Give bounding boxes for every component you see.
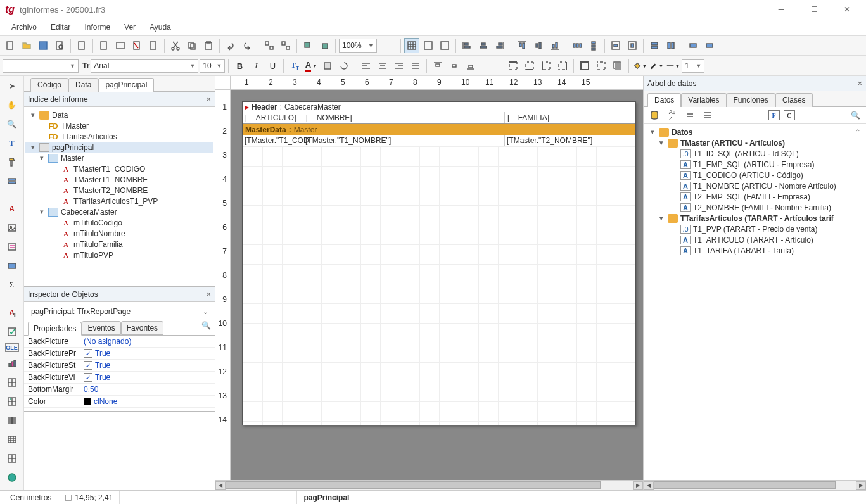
zoom-tool[interactable]: 🔍 <box>4 117 20 132</box>
frame-width-combo[interactable]: 1▼ <box>682 59 704 73</box>
copy-button[interactable] <box>184 38 200 53</box>
property-row[interactable]: BackPicture(No asignado) <box>24 336 215 348</box>
font-color-button[interactable]: A▼ <box>303 58 319 73</box>
twisty-icon[interactable]: ▾ <box>658 214 665 222</box>
dt-sort-button[interactable]: A↓Z <box>665 108 679 122</box>
collapse-icon[interactable]: ⌃ <box>855 128 861 137</box>
checkbox-icon[interactable]: ✓ <box>84 373 92 382</box>
paste-button[interactable] <box>201 38 216 53</box>
report-tree-close-button[interactable]: × <box>206 94 211 104</box>
center-h-button[interactable] <box>608 38 623 53</box>
tree-node[interactable]: AT1_CODIGO (ARTICU - Código) <box>645 170 865 180</box>
twisty-icon[interactable]: ▾ <box>658 139 665 147</box>
map-tool[interactable] <box>4 470 20 485</box>
frame-all-button[interactable] <box>577 58 592 73</box>
dt-btn1[interactable] <box>647 108 661 122</box>
tree-node[interactable]: AT1_NOMBRE (ARTICU - Nombre Artículo) <box>645 180 865 191</box>
text-align-center-button[interactable] <box>375 58 390 73</box>
menu-editar[interactable]: Editar <box>44 20 77 34</box>
tree-node[interactable]: ▾Data <box>25 110 213 120</box>
band-cell[interactable]: [__FAMILIA] <box>505 112 635 123</box>
memo-tool[interactable]: A <box>4 201 20 217</box>
frame-none-button[interactable] <box>594 58 609 73</box>
tree-node[interactable]: ATMasterT1_CODIGO <box>25 163 213 174</box>
tree-node[interactable]: FDTTarifasArticulos <box>25 131 213 142</box>
font-combo[interactable]: Arial▼ <box>91 59 198 73</box>
dt-caption-tag[interactable]: C <box>784 110 795 120</box>
picture-tool[interactable] <box>4 220 20 236</box>
checkbox-tool[interactable] <box>4 324 20 339</box>
scroll-right-button[interactable]: ▶ <box>633 481 643 490</box>
frame-right-button[interactable] <box>555 58 570 73</box>
align-center-v-button[interactable] <box>531 38 546 53</box>
bring-front-button[interactable] <box>300 38 315 53</box>
text-align-justify-button[interactable] <box>408 58 423 73</box>
band-cell[interactable]: [TMaster."T2_NOMBRE"] <box>505 135 635 146</box>
property-row[interactable]: BackPicturePr✓True <box>24 348 215 360</box>
extra2-button[interactable] <box>702 38 717 53</box>
align-center-h-button[interactable] <box>476 38 491 53</box>
data-tree-close-button[interactable]: × <box>857 79 862 88</box>
oi-tab-props[interactable]: Propiedades <box>28 322 82 336</box>
tab-variables[interactable]: Variables <box>681 93 726 107</box>
tree-node[interactable]: AT1_TARIFA (TARART - Tarifa) <box>645 245 865 256</box>
oi-search-icon[interactable]: 🔍 <box>201 321 211 335</box>
valign-middle-button[interactable] <box>447 58 462 73</box>
cut-button[interactable] <box>168 38 183 53</box>
barcode-tool[interactable] <box>4 413 20 428</box>
data-tree-hscroll[interactable]: ◀ ▶ <box>644 480 866 490</box>
tree-node[interactable]: .0T1_ID_SQL (ARTICU - Id SQL) <box>645 148 865 159</box>
sys-memo-tool[interactable]: Σ <box>4 277 20 293</box>
pointer-tool[interactable]: ➤ <box>4 79 20 94</box>
tab-funciones[interactable]: Funciones <box>727 93 775 107</box>
newpage-button[interactable] <box>96 38 111 53</box>
subreport-tool[interactable] <box>4 239 20 255</box>
property-grid[interactable]: BackPicture(No asignado)BackPicturePr✓Tr… <box>24 335 215 411</box>
redo-button[interactable] <box>239 38 255 53</box>
chart-tool[interactable] <box>4 356 20 371</box>
master-band-title[interactable]: MasterData: Master <box>243 124 635 135</box>
band-cell[interactable]: [TMaster."T1_CODI <box>243 135 303 146</box>
header-band-row[interactable]: [__ARTICULO][__NOMBRE][__FAMILIA] <box>243 112 635 124</box>
fill-color-button[interactable]: ▼ <box>632 58 647 73</box>
bold-button[interactable]: B <box>232 58 247 73</box>
underline-button[interactable]: U <box>265 58 280 73</box>
canvas-hscroll[interactable]: ◀ ▶ <box>215 480 643 490</box>
tree-node[interactable]: ATTarifasArticulosT1_PVP <box>25 196 213 206</box>
grid-toggle-button[interactable] <box>404 38 419 53</box>
same-height-button[interactable] <box>663 38 678 53</box>
valign-bottom-button[interactable] <box>463 58 478 73</box>
dbcross-tool[interactable] <box>4 394 20 409</box>
text-align-left-button[interactable] <box>359 58 374 73</box>
frame-color-button[interactable]: ▼ <box>649 58 664 73</box>
highlight-button[interactable] <box>320 58 335 73</box>
tab-datos[interactable]: Datos <box>647 93 681 107</box>
tree-node[interactable]: ▾CabeceraMaster <box>25 206 213 217</box>
tree-node[interactable]: FDTMaster <box>25 120 213 131</box>
band-tool[interactable] <box>4 173 20 189</box>
tree-node[interactable]: ▾pagPrincipal <box>25 142 213 153</box>
tree-node[interactable]: AT1_EMP_SQL (ARTICU - Empresa) <box>645 159 865 170</box>
text-tool[interactable]: T <box>4 135 20 151</box>
menu-informe[interactable]: Informe <box>78 20 117 34</box>
undo-button[interactable] <box>223 38 238 53</box>
gridalign-button[interactable] <box>421 38 436 53</box>
oi-tab-favs[interactable]: Favorites <box>121 321 163 335</box>
property-row[interactable]: BackPictureVi✓True <box>24 372 215 384</box>
scroll-right-button[interactable]: ▶ <box>856 481 866 490</box>
minimize-button[interactable]: ─ <box>767 1 795 18</box>
frame-style-button[interactable]: ▼ <box>665 58 680 73</box>
ole-tool[interactable]: OLE <box>5 343 19 352</box>
band-cell[interactable]: [__ARTICULO] <box>243 112 303 123</box>
tab-data[interactable]: Data <box>68 78 98 92</box>
space-v-button[interactable] <box>586 38 601 53</box>
page-scroll[interactable]: ▸ Header: CabeceraMaster [__ARTICULO][__… <box>231 90 643 480</box>
center-v-button[interactable] <box>625 38 640 53</box>
style-combo[interactable]: ▼ <box>3 59 79 73</box>
italic-button[interactable]: I <box>248 58 264 73</box>
dt-field-tag[interactable]: F <box>768 110 780 120</box>
frame-top-button[interactable] <box>506 58 521 73</box>
property-row[interactable]: ColorclNone <box>24 396 215 408</box>
property-row[interactable]: BackPictureSt✓True <box>24 360 215 372</box>
group-button[interactable] <box>262 38 277 53</box>
